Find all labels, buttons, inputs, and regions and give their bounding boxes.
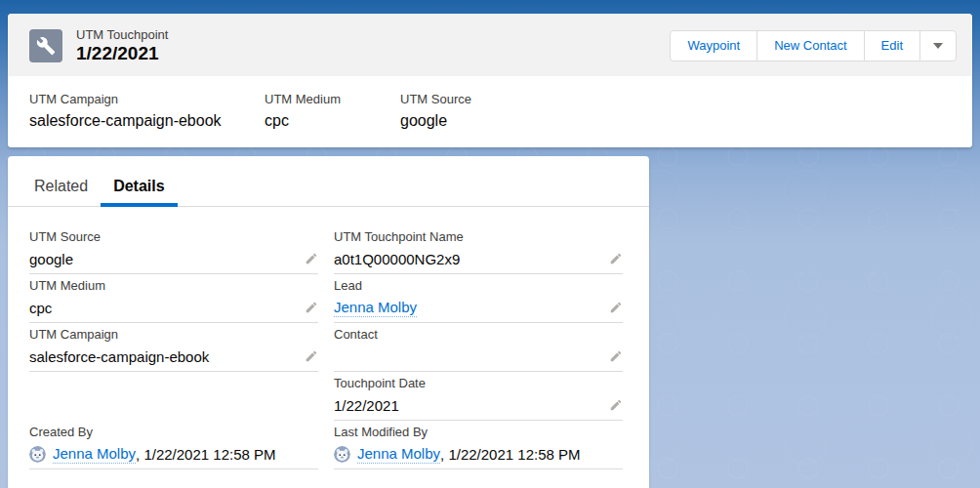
field-utm-source: UTM Source google	[29, 228, 318, 274]
new-contact-button[interactable]: New Contact	[756, 30, 864, 61]
field-value: a0t1Q00000NG2x9	[334, 249, 460, 269]
field-value: cpc	[29, 298, 52, 318]
field-label: Lead	[334, 277, 623, 295]
wrench-icon	[29, 29, 62, 62]
avatar[interactable]	[334, 446, 350, 463]
pencil-icon[interactable]	[609, 301, 623, 314]
pencil-icon[interactable]	[305, 252, 318, 265]
created-by-link[interactable]: Jenna Molby	[53, 444, 136, 464]
field-label: Contact	[334, 326, 623, 344]
waypoint-button[interactable]: Waypoint	[670, 30, 757, 61]
field-label: Created By	[29, 424, 318, 441]
field-label: UTM Source	[400, 91, 471, 108]
field-contact: Contact	[334, 326, 623, 372]
last-modified-datetime: , 1/22/2021 12:58 PM	[440, 446, 580, 463]
field-value: salesforce-campaign-ebook	[29, 110, 245, 132]
field-label: UTM Campaign	[29, 326, 318, 344]
record-title: 1/22/2021	[76, 43, 168, 63]
field-label: UTM Source	[29, 228, 318, 246]
field-lead: Lead Jenna Molby	[334, 277, 623, 323]
pencil-icon[interactable]	[609, 398, 623, 412]
field-utm-medium: UTM Medium cpc	[29, 277, 318, 323]
lead-link[interactable]: Jenna Molby	[334, 298, 417, 317]
highlights-panel: UTM Touchpoint 1/22/2021 Waypoint New Co…	[8, 14, 972, 147]
record-tabs: Related Details	[8, 156, 649, 207]
created-datetime: , 1/22/2021 12:58 PM	[136, 446, 275, 463]
empty-grid-cell	[29, 375, 318, 421]
chevron-down-icon	[933, 43, 943, 49]
field-value: cpc	[265, 110, 381, 132]
details-card: Related Details UTM Source google UTM To…	[8, 156, 649, 488]
details-field-grid: UTM Source google UTM Touchpoint Name a0…	[8, 207, 649, 469]
pencil-icon[interactable]	[609, 252, 623, 265]
tab-details[interactable]: Details	[101, 174, 177, 207]
record-header: UTM Touchpoint 1/22/2021 Waypoint New Co…	[8, 14, 972, 76]
field-label: UTM Campaign	[29, 91, 245, 108]
field-touchpoint-date: Touchpoint Date 1/22/2021	[334, 375, 623, 421]
avatar[interactable]	[29, 446, 46, 463]
pencil-icon[interactable]	[305, 301, 318, 314]
pencil-icon[interactable]	[609, 349, 623, 363]
field-value: google	[29, 249, 73, 269]
field-value: google	[400, 110, 471, 132]
field-label: Last Modified By	[334, 424, 623, 441]
field-label: Touchpoint Date	[334, 375, 623, 392]
field-label: UTM Touchpoint Name	[334, 228, 623, 246]
field-value: salesforce-campaign-ebook	[29, 346, 209, 367]
field-last-modified-by: Last Modified By Jenna Molby , 1/22/2021…	[334, 424, 623, 469]
field-created-by: Created By Jenna Molby , 1/22/2021 12:58…	[29, 424, 318, 469]
highlight-utm-source: UTM Source google	[400, 91, 491, 132]
last-modified-by-link[interactable]: Jenna Molby	[357, 444, 440, 464]
field-value: 1/22/2021	[334, 395, 399, 416]
field-label: UTM Medium	[29, 277, 318, 295]
record-page: { "header": { "object_label": "UTM Touch…	[0, 0, 980, 488]
record-titles: UTM Touchpoint 1/22/2021	[76, 27, 168, 63]
tab-related[interactable]: Related	[21, 174, 101, 207]
edit-button[interactable]: Edit	[864, 30, 920, 61]
more-actions-button[interactable]	[919, 30, 957, 61]
highlight-utm-campaign: UTM Campaign salesforce-campaign-ebook	[29, 91, 265, 132]
field-utm-campaign: UTM Campaign salesforce-campaign-ebook	[29, 326, 318, 372]
highlights-fields: UTM Campaign salesforce-campaign-ebook U…	[8, 76, 972, 147]
field-utm-touchpoint-name: UTM Touchpoint Name a0t1Q00000NG2x9	[334, 228, 623, 274]
object-label: UTM Touchpoint	[76, 27, 168, 43]
action-button-group: Waypoint New Contact Edit	[670, 30, 957, 61]
highlight-utm-medium: UTM Medium cpc	[265, 91, 400, 132]
field-label: UTM Medium	[265, 91, 381, 108]
pencil-icon[interactable]	[305, 349, 318, 363]
